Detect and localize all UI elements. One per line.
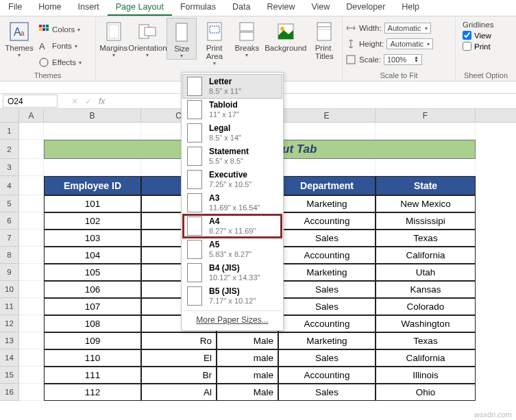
th-employee-id[interactable]: Employee ID bbox=[44, 176, 141, 195]
height-combo[interactable]: Automatic▾ bbox=[386, 38, 433, 49]
row-header[interactable]: 3 bbox=[0, 159, 19, 176]
tab-file[interactable]: File bbox=[0, 0, 30, 16]
table-cell[interactable]: 105 bbox=[44, 264, 141, 281]
paper-size-legal[interactable]: Legal8.5" x 14" bbox=[183, 121, 282, 145]
scale-combo[interactable]: 100%▲▼ bbox=[384, 54, 422, 65]
fx-confirm[interactable]: ✓ bbox=[85, 97, 92, 106]
table-cell[interactable]: 112 bbox=[44, 384, 141, 401]
th-department[interactable]: Department bbox=[278, 176, 376, 195]
table-cell[interactable]: Accounting bbox=[278, 212, 376, 230]
table-cell[interactable]: El bbox=[141, 349, 217, 367]
table-cell[interactable]: Al bbox=[141, 384, 217, 401]
row-header[interactable]: 15 bbox=[0, 367, 19, 384]
table-cell[interactable]: male bbox=[217, 367, 278, 384]
paper-size-b4-jis-[interactable]: B4 (JIS)10.12" x 14.33" bbox=[183, 261, 282, 284]
size-button[interactable]: Size▾ bbox=[167, 18, 197, 60]
row-header[interactable]: 14 bbox=[0, 349, 19, 367]
scale-height-row[interactable]: Height:Automatic▾ bbox=[345, 36, 452, 51]
fonts-button[interactable]: AFonts ▾ bbox=[38, 38, 82, 53]
tab-view[interactable]: View bbox=[303, 0, 338, 16]
name-box[interactable]: O24 bbox=[3, 95, 58, 108]
row-header[interactable]: 1 bbox=[0, 123, 19, 140]
tab-page-layout[interactable]: Page Layout bbox=[108, 0, 172, 16]
table-cell[interactable]: 108 bbox=[44, 315, 141, 332]
table-cell[interactable]: Sales bbox=[278, 298, 376, 315]
tab-help[interactable]: Help bbox=[393, 0, 428, 16]
row-header[interactable]: 4 bbox=[0, 176, 19, 195]
paper-size-b5-jis-[interactable]: B5 (JIS)7.17" x 10.12" bbox=[183, 284, 282, 308]
scale-pct-row[interactable]: Scale:100%▲▼ bbox=[345, 52, 452, 67]
print-titles-button[interactable]: PrintTitles bbox=[310, 18, 339, 60]
table-cell[interactable]: 110 bbox=[44, 349, 141, 367]
more-paper-sizes[interactable]: More Paper Sizes... bbox=[183, 310, 282, 326]
table-cell[interactable]: Ro bbox=[141, 332, 217, 349]
table-cell[interactable]: 102 bbox=[44, 212, 141, 230]
fx-cancel[interactable]: ✕ bbox=[71, 97, 78, 106]
orientation-button[interactable]: Orientation▾ bbox=[131, 18, 164, 58]
table-cell[interactable]: Br bbox=[141, 367, 217, 384]
col-header-A[interactable]: A bbox=[19, 109, 44, 122]
table-cell[interactable]: Male bbox=[217, 332, 278, 349]
themes-button[interactable]: Aa Themes ▾ bbox=[3, 18, 36, 58]
print-area-button[interactable]: PrintArea▾ bbox=[199, 18, 229, 66]
table-cell[interactable]: Accounting bbox=[278, 367, 376, 384]
row-header[interactable]: 16 bbox=[0, 384, 19, 401]
table-cell[interactable]: Ohio bbox=[376, 384, 476, 401]
table-cell[interactable]: Illinois bbox=[376, 367, 476, 384]
row-header[interactable]: 5 bbox=[0, 195, 19, 212]
table-cell[interactable]: Accounting bbox=[278, 247, 376, 264]
table-cell[interactable]: California bbox=[376, 349, 476, 367]
table-cell[interactable]: Texas bbox=[376, 332, 476, 349]
print-checkbox[interactable]: Print bbox=[463, 42, 491, 51]
tab-data[interactable]: Data bbox=[224, 0, 258, 16]
tab-formulas[interactable]: Formulas bbox=[172, 0, 224, 16]
table-cell[interactable]: Kansas bbox=[376, 281, 476, 298]
paper-size-a5[interactable]: A55.83" x 8.27" bbox=[183, 238, 282, 261]
paper-size-letter[interactable]: Letter8.5" x 11" bbox=[182, 74, 282, 99]
background-button[interactable]: Background bbox=[265, 18, 306, 52]
breaks-button[interactable]: Breaks▾ bbox=[232, 18, 262, 58]
table-cell[interactable]: Texas bbox=[376, 230, 476, 247]
paper-size-executive[interactable]: Executive7.25" x 10.5" bbox=[183, 168, 282, 191]
table-cell[interactable]: Colorado bbox=[376, 298, 476, 315]
scale-width-row[interactable]: Width:Automatic▾ bbox=[345, 21, 452, 36]
tab-home[interactable]: Home bbox=[30, 0, 69, 16]
row-header[interactable]: 8 bbox=[0, 247, 19, 264]
table-cell[interactable]: 109 bbox=[44, 332, 141, 349]
table-cell[interactable]: male bbox=[217, 349, 278, 367]
table-cell[interactable]: Sales bbox=[278, 349, 376, 367]
row-header[interactable]: 13 bbox=[0, 332, 19, 349]
table-cell[interactable]: Marketing bbox=[278, 195, 376, 212]
table-cell[interactable]: Washington bbox=[376, 315, 476, 332]
table-cell[interactable]: 111 bbox=[44, 367, 141, 384]
table-cell[interactable]: Accounting bbox=[278, 315, 376, 332]
margins-button[interactable]: Margins▾ bbox=[99, 18, 128, 58]
colors-button[interactable]: Colors ▾ bbox=[38, 22, 82, 37]
col-header-B[interactable]: B bbox=[44, 109, 141, 122]
view-checkbox[interactable]: View bbox=[463, 31, 491, 40]
select-all-corner[interactable] bbox=[0, 109, 19, 122]
table-cell[interactable]: Male bbox=[217, 384, 278, 401]
table-cell[interactable]: 104 bbox=[44, 247, 141, 264]
effects-button[interactable]: Effects ▾ bbox=[38, 55, 82, 70]
table-cell[interactable]: Sales bbox=[278, 281, 376, 298]
row-header[interactable]: 10 bbox=[0, 281, 19, 298]
table-cell[interactable]: Sales bbox=[278, 384, 376, 401]
width-combo[interactable]: Automatic▾ bbox=[384, 23, 431, 34]
paper-size-a3[interactable]: A311.69" x 16.54" bbox=[183, 191, 282, 214]
row-header[interactable]: 2 bbox=[0, 140, 19, 159]
table-cell[interactable]: Mississipi bbox=[376, 212, 476, 230]
table-cell[interactable]: Marketing bbox=[278, 332, 376, 349]
table-cell[interactable]: Utah bbox=[376, 264, 476, 281]
table-cell[interactable]: California bbox=[376, 247, 476, 264]
table-cell[interactable]: Marketing bbox=[278, 264, 376, 281]
row-header[interactable]: 6 bbox=[0, 212, 19, 230]
table-cell[interactable]: 103 bbox=[44, 230, 141, 247]
paper-size-statement[interactable]: Statement5.5" x 8.5" bbox=[183, 145, 282, 168]
tab-insert[interactable]: Insert bbox=[70, 0, 108, 16]
table-cell[interactable]: 106 bbox=[44, 281, 141, 298]
row-header[interactable]: 7 bbox=[0, 230, 19, 247]
fx-icon[interactable]: fx bbox=[99, 97, 105, 106]
paper-size-a4[interactable]: A48.27" x 11.69" bbox=[183, 214, 282, 238]
table-cell[interactable]: New Mexico bbox=[376, 195, 476, 212]
